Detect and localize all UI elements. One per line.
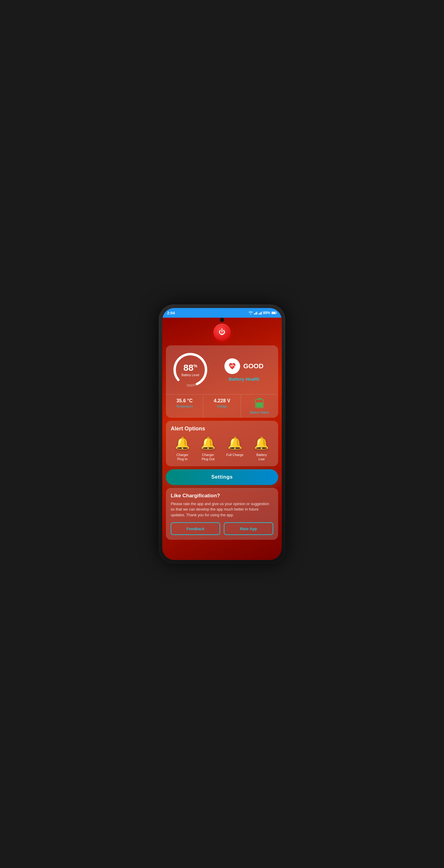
battery-health-title: Battery Health <box>229 376 259 381</box>
gauge-text: 88% Battery Level <box>182 363 199 377</box>
temperature-value: 35.6 °C <box>168 398 201 404</box>
power-icon: ⏻ <box>219 329 225 336</box>
bell-icon-charger-plug-out: 🔔 <box>201 436 216 450</box>
health-status: GOOD <box>243 362 263 370</box>
stats-row: 35.6 °C Temperature 4.228 V Voltage <box>166 394 278 418</box>
battery-level-label: Battery Level <box>182 373 199 377</box>
bell-icon-battery-low: 🔔 <box>254 436 269 450</box>
alert-card: Alert Options 🔔 ChargerPlug In 🔔 Charger… <box>166 421 278 466</box>
battery-status-icon <box>271 311 277 315</box>
settings-button[interactable]: Settings <box>166 469 278 485</box>
review-card: Like Chargification? Please rate the app… <box>166 488 278 540</box>
scroll-content: ⏻ 88% Ba <box>162 318 282 560</box>
battery-gauge: 88% Battery Level <box>171 350 210 390</box>
battery-percent-display: 88% <box>182 363 199 372</box>
alert-label-full-charge: Full Charge <box>226 453 243 457</box>
health-section: GOOD Battery Health <box>215 358 273 381</box>
voltage-value: 4.228 V <box>206 398 238 404</box>
voltage-label: Voltage <box>206 405 238 408</box>
feedback-button-label: Feedback <box>186 527 205 531</box>
voltage-stat: 4.228 V Voltage <box>203 395 241 418</box>
rate-app-button-label: Rate App <box>240 527 257 531</box>
main-card: 88% Battery Level <box>166 345 278 418</box>
status-bar: 2:04 88% <box>162 308 282 318</box>
alert-grid: 🔔 ChargerPlug In 🔔 ChargerPlug Out 🔔 Ful… <box>171 436 273 461</box>
signal-icon <box>254 311 257 315</box>
alert-charger-plug-out[interactable]: 🔔 ChargerPlug Out <box>201 436 216 461</box>
phone-frame: 2:04 88% <box>159 304 285 564</box>
settings-button-label: Settings <box>211 474 233 480</box>
battery-status-label: Battery Status <box>243 411 276 414</box>
health-icon-circle <box>225 358 240 374</box>
alert-label-battery-low: BatteryLow <box>256 453 267 461</box>
svg-rect-1 <box>276 313 277 313</box>
status-time: 2:04 <box>167 311 175 315</box>
battery-info-section: 88% Battery Level <box>166 345 278 394</box>
alert-label-charger-plug-in: ChargerPlug In <box>176 453 188 461</box>
svg-rect-7 <box>256 402 263 407</box>
alert-battery-low[interactable]: 🔔 BatteryLow <box>254 436 269 461</box>
bell-icon-full-charge: 🔔 <box>228 436 242 450</box>
network-icon <box>259 311 262 315</box>
review-title: Like Chargification? <box>171 493 273 499</box>
camera-notch <box>220 318 224 322</box>
battery-status-stat: Battery Status <box>241 395 278 418</box>
temperature-stat: 35.6 °C Temperature <box>166 395 203 418</box>
feedback-button[interactable]: Feedback <box>171 522 220 535</box>
power-btn-container: ⏻ <box>166 324 278 341</box>
battery-full-icon <box>255 398 264 408</box>
health-icon-row: GOOD <box>225 358 263 374</box>
heart-pulse-icon <box>228 362 237 371</box>
alert-full-charge[interactable]: 🔔 Full Charge <box>226 436 243 461</box>
battery-percent: 88% <box>263 311 270 315</box>
svg-rect-2 <box>272 312 275 313</box>
phone-screen: 2:04 88% <box>162 308 282 560</box>
status-right: 88% <box>248 311 277 315</box>
review-buttons: Feedback Rate App <box>171 522 273 535</box>
battery-status-icon-display <box>243 398 276 410</box>
bell-icon-charger-plug-in: 🔔 <box>175 436 190 450</box>
alert-charger-plug-in[interactable]: 🔔 ChargerPlug In <box>175 436 190 461</box>
alert-options-title: Alert Options <box>171 426 273 432</box>
alert-label-charger-plug-out: ChargerPlug Out <box>202 453 215 461</box>
rate-app-button[interactable]: Rate App <box>224 522 273 535</box>
temperature-label: Temperature <box>168 405 201 408</box>
power-button[interactable]: ⏻ <box>213 324 231 341</box>
wifi-icon <box>248 311 253 315</box>
review-text: Please rate the app and give us your opi… <box>171 501 273 518</box>
